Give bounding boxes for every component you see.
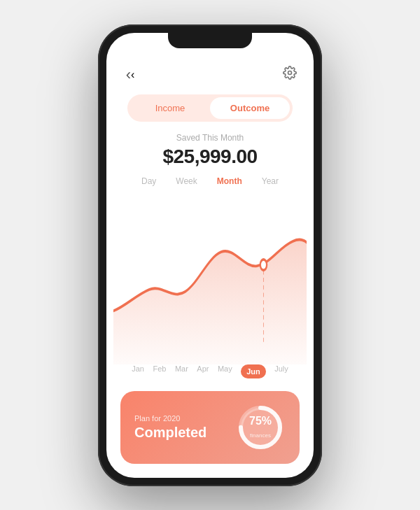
month-labels: Jan Feb Mar Apr May Jun July: [120, 364, 300, 378]
settings-icon: [283, 66, 297, 83]
month-may[interactable]: May: [218, 364, 232, 378]
period-tabs: Day Week Month Year: [120, 175, 300, 187]
plan-sub-label: Plan for 2020: [134, 414, 206, 423]
svg-point-0: [288, 71, 292, 75]
plan-text: Plan for 2020 Completed: [134, 414, 206, 441]
month-mar[interactable]: Mar: [175, 364, 188, 378]
saved-amount: $25,999.00: [120, 146, 300, 168]
outcome-tab[interactable]: Outcome: [210, 97, 290, 119]
tab-month[interactable]: Month: [214, 175, 245, 187]
income-tab[interactable]: Income: [130, 97, 210, 119]
saved-label: Saved This Month: [120, 133, 300, 143]
progress-percent: 75%: [249, 415, 272, 427]
plan-card: Plan for 2020 Completed 75% finances: [120, 391, 300, 464]
chart-area: [113, 193, 307, 364]
line-chart: [113, 193, 307, 364]
settings-button[interactable]: [280, 65, 300, 85]
month-jan[interactable]: Jan: [132, 364, 144, 378]
svg-point-1: [260, 259, 267, 269]
top-bar: ‹: [120, 65, 300, 85]
month-apr[interactable]: Apr: [197, 364, 209, 378]
phone-screen: ‹ Income Outcome Saved This: [106, 33, 314, 478]
back-icon: ‹: [131, 69, 134, 81]
tab-year[interactable]: Year: [259, 175, 281, 187]
progress-text: 75% finances: [249, 415, 272, 440]
screen-content: ‹ Income Outcome Saved This: [106, 33, 314, 478]
progress-ring: 75% finances: [235, 402, 286, 453]
month-jun[interactable]: Jun: [241, 364, 266, 378]
month-july[interactable]: July: [274, 364, 288, 378]
notch: [168, 33, 252, 48]
income-outcome-toggle: Income Outcome: [127, 94, 293, 122]
saved-section: Saved This Month $25,999.00: [120, 133, 300, 168]
tab-week[interactable]: Week: [173, 175, 200, 187]
back-button[interactable]: ‹: [120, 65, 140, 85]
month-feb[interactable]: Feb: [153, 364, 166, 378]
plan-main-label: Completed: [134, 425, 206, 441]
tab-day[interactable]: Day: [139, 175, 159, 187]
progress-sub-label: finances: [250, 432, 271, 439]
phone-frame: ‹ Income Outcome Saved This: [98, 24, 322, 486]
